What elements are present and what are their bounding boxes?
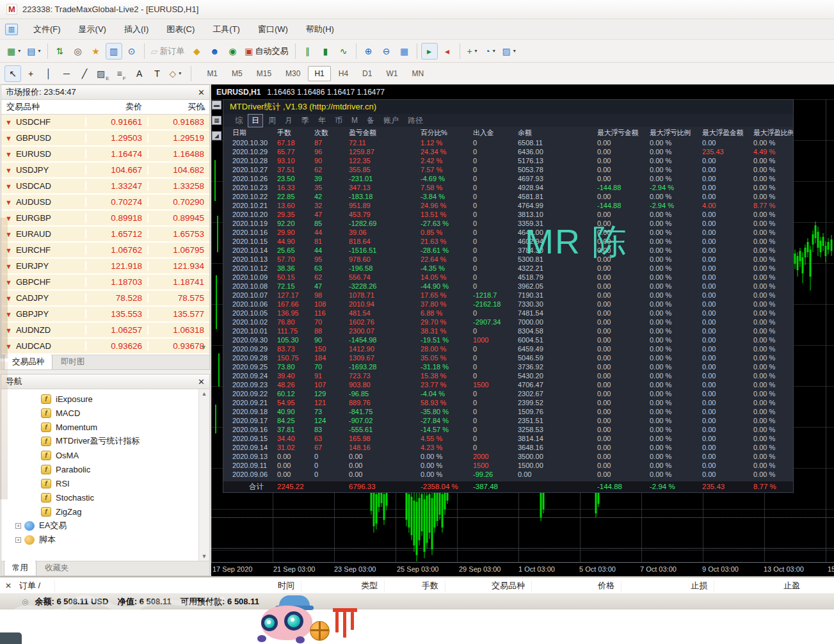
text-button[interactable]: A (131, 65, 148, 82)
vertical-line-button[interactable]: │ (40, 65, 57, 82)
terminal-column-2[interactable]: 类型 (301, 580, 384, 592)
community-button[interactable]: ☻ (206, 43, 223, 60)
autotrading-button[interactable]: ▣自动交易 (242, 43, 291, 60)
collapse-panel-icon[interactable]: ▬ (212, 101, 221, 109)
quote-row-gbpchf[interactable]: ▼GBPCHF1.187031.18741 (1, 275, 209, 291)
stats-tab-账户[interactable]: 账户 (380, 114, 403, 127)
quote-row-gbpjpy[interactable]: ▼GBPJPY135.553135.577 (1, 307, 209, 323)
timeframe-mn[interactable]: MN (405, 66, 430, 81)
navigator-indicator-Stochastic[interactable]: fStochastic (1, 490, 209, 504)
expand-icon[interactable]: + (15, 523, 21, 529)
expand-icon[interactable]: + (15, 537, 21, 543)
crosshair-target-button[interactable]: ◎ (70, 43, 86, 60)
scroll-down-icon[interactable]: ▼ (200, 344, 207, 351)
navigator-tab-常用[interactable]: 常用 (4, 560, 36, 576)
navigator-scrollbar[interactable]: ▲▼ (198, 389, 209, 561)
quote-row-usdcad[interactable]: ▼USDCAD1.332471.33258 (1, 179, 209, 195)
dropdown-arrow-icon[interactable]: ▾ (179, 70, 181, 76)
quote-row-audusd[interactable]: ▼AUDUSD0.702740.70290 (1, 195, 209, 211)
bar-chart-button[interactable]: ∥ (300, 43, 316, 60)
terminal-column-6[interactable]: 止损 (621, 580, 714, 592)
navigator-indicator-iExposure[interactable]: fiExposure (1, 392, 209, 406)
panel-chart-icon[interactable]: ▦ (212, 116, 221, 125)
dropdown-arrow-icon[interactable]: ▾ (513, 48, 516, 54)
candlestick-button[interactable]: ▮ (317, 43, 334, 60)
quote-row-audnzd[interactable]: ▼AUDNZD1.062571.06318 (1, 323, 209, 339)
stats-tab-M[interactable]: M (348, 115, 362, 126)
text-label-button[interactable]: T (149, 65, 166, 82)
trendline-button[interactable]: ╱ (76, 65, 93, 82)
quote-row-cadjpy[interactable]: ▼CADJPY78.52878.575 (1, 291, 209, 307)
timeframe-m1[interactable]: M1 (200, 66, 224, 81)
close-icon[interactable]: ✕ (198, 377, 205, 387)
scroll-up-icon[interactable]: ▲ (202, 390, 207, 397)
stats-tab-季[interactable]: 季 (298, 114, 313, 127)
timeframe-h1[interactable]: H1 (308, 66, 330, 81)
dropdown-arrow-icon[interactable]: ▾ (18, 48, 20, 54)
navigator-indicator-ZigZag[interactable]: fZigZag (1, 504, 209, 519)
navigator-indicator-Parabolic[interactable]: fParabolic (1, 462, 209, 476)
zoom-out-button[interactable]: ⊖ (378, 43, 395, 60)
terminal-column-4[interactable]: 交易品种 (445, 580, 531, 592)
zoom-in-button[interactable]: ⊕ (360, 43, 377, 60)
menu-工具T[interactable]: 工具(T) (204, 20, 249, 38)
quote-row-eurchf[interactable]: ▼EURCHF1.067621.06795 (1, 243, 209, 259)
quote-row-audcad[interactable]: ▼AUDCAD0.936260.93678 (1, 339, 209, 355)
metaeditor-button[interactable]: ◆ (188, 43, 205, 60)
stats-tab-年[interactable]: 年 (314, 114, 330, 127)
menu-图表C[interactable]: 图表(C) (157, 20, 204, 38)
quote-row-usdchf[interactable]: ▼USDCHF0.916610.91683 (1, 115, 209, 131)
arrows-button[interactable]: ◇▾ (167, 65, 184, 82)
indicators-menu-button[interactable]: +▾ (464, 43, 481, 60)
stats-tab-路径[interactable]: 路径 (404, 114, 427, 127)
stats-tab-综[interactable]: 综 (231, 114, 246, 127)
new-chart-button[interactable]: ▦▾ (4, 43, 23, 60)
quote-row-eurusd[interactable]: ▼EURUSD1.164741.16488 (1, 147, 209, 163)
templates-menu-button[interactable]: ▨▾ (500, 43, 518, 60)
tick-chart-button[interactable]: ⇅ (52, 43, 68, 60)
navigator-indicator-MTDriver盈亏统计指标[interactable]: fMTDriver盈亏统计指标 (1, 434, 209, 448)
profiles-button[interactable]: ▤▾ (24, 43, 43, 60)
terminal-column-5[interactable]: 价格 (531, 580, 621, 592)
line-chart-button[interactable]: ∿ (335, 43, 352, 60)
dropdown-arrow-icon[interactable]: ▾ (475, 48, 477, 54)
strategy-tester-button[interactable]: ⊙ (124, 43, 140, 60)
column-header-0[interactable]: 交易品种 (1, 101, 85, 113)
terminal-column-7[interactable]: 止盈 (714, 580, 806, 592)
menu-帮助H[interactable]: 帮助(H) (297, 20, 343, 38)
autoscroll-button[interactable]: ▸ (421, 43, 438, 60)
dropdown-arrow-icon[interactable]: ▾ (493, 48, 495, 54)
market-watch-tab-交易品种[interactable]: 交易品种 (4, 354, 52, 369)
fibonacci-button[interactable]: ≡F (113, 65, 130, 82)
navigator-group-脚本[interactable]: +脚本 (1, 533, 209, 547)
chart-shift-button[interactable]: ◂ (439, 43, 456, 60)
scroll-down-icon[interactable]: ▼ (202, 553, 207, 559)
favorites-button[interactable]: ★ (88, 43, 104, 60)
close-icon[interactable]: ✕ (198, 88, 205, 97)
stats-tab-周[interactable]: 周 (264, 114, 280, 127)
column-header-1[interactable]: 卖价 (85, 101, 147, 113)
timeframe-h4[interactable]: H4 (332, 66, 355, 81)
stats-tab-月[interactable]: 月 (281, 114, 296, 127)
market-watch-tab-即时图[interactable]: 即时图 (52, 354, 93, 369)
cursor-button[interactable]: ↖ (4, 65, 21, 82)
navigator-group-EA交易[interactable]: +EA交易 (1, 519, 209, 533)
stats-tab-日[interactable]: 日 (248, 114, 263, 127)
navigator-indicator-RSI[interactable]: fRSI (1, 476, 209, 490)
timeframe-m15[interactable]: M15 (250, 66, 278, 81)
menu-插入I[interactable]: 插入(I) (115, 20, 157, 38)
dropdown-arrow-icon[interactable]: ▾ (38, 48, 40, 54)
stats-tab-备[interactable]: 备 (363, 114, 378, 127)
timeframe-m30[interactable]: M30 (279, 66, 307, 81)
horizontal-line-button[interactable]: ─ (58, 65, 75, 82)
quote-row-gbpusd[interactable]: ▼GBPUSD1.295031.29519 (1, 131, 209, 147)
quote-row-eurjpy[interactable]: ▼EURJPY121.918121.934 (1, 259, 209, 275)
quote-row-usdjpy[interactable]: ▼USDJPY104.667104.682 (1, 163, 209, 179)
crosshair-button[interactable]: + (22, 65, 39, 82)
menu-显示V[interactable]: 显示(V) (70, 20, 115, 38)
connectivity-button[interactable]: ◉ (224, 43, 241, 60)
timeframe-d1[interactable]: D1 (356, 66, 378, 81)
quote-row-euraud[interactable]: ▼EURAUD1.657121.65753 (1, 227, 209, 243)
scroll-up-icon[interactable]: ▲ (200, 104, 207, 111)
terminal-column-3[interactable]: 手数 (384, 580, 445, 592)
